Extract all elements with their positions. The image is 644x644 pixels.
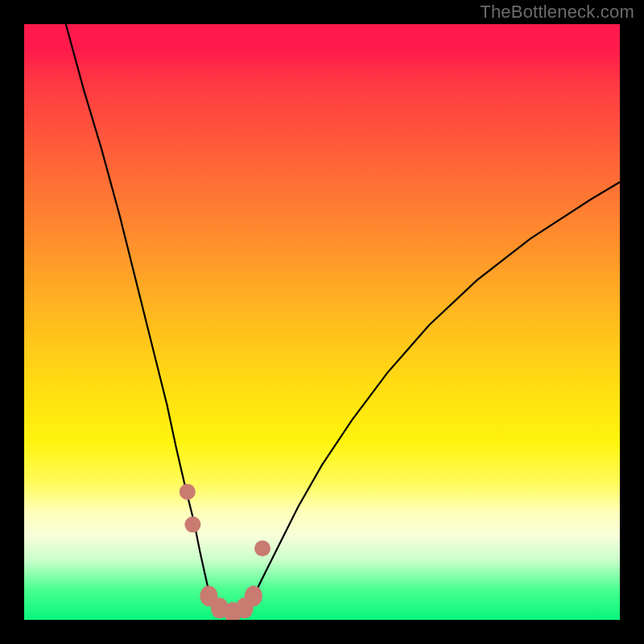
pt-left-upper xyxy=(180,484,196,500)
curve-left-branch xyxy=(66,24,211,599)
pt-left-mid xyxy=(184,517,200,533)
curve-right-branch xyxy=(252,182,620,599)
chart-frame: TheBottleneck.com xyxy=(0,0,644,644)
watermark-text: TheBottleneck.com xyxy=(480,2,634,23)
marker-group xyxy=(180,484,270,620)
floor-blob-5 xyxy=(245,585,262,606)
plot-area xyxy=(24,24,620,620)
curve-layer xyxy=(24,24,620,620)
pt-right-upper xyxy=(254,540,270,556)
